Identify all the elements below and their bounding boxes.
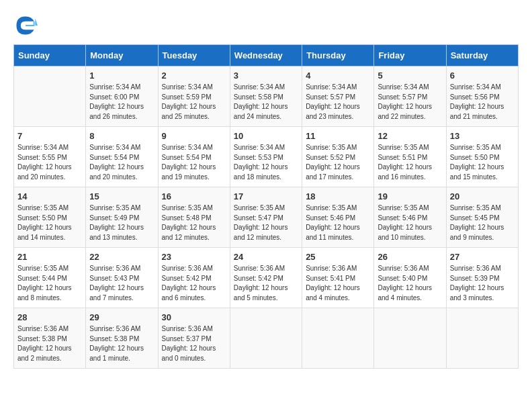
col-header-friday: Friday [374,45,446,66]
calendar-cell: 17Sunrise: 5:35 AM Sunset: 5:47 PM Dayli… [230,187,302,248]
calendar-cell: 14Sunrise: 5:35 AM Sunset: 5:50 PM Dayli… [14,187,86,248]
calendar-cell [374,308,446,369]
day-number: 15 [89,191,154,201]
calendar-cell: 10Sunrise: 5:34 AM Sunset: 5:53 PM Dayli… [230,127,302,187]
calendar-cell: 8Sunrise: 5:34 AM Sunset: 5:54 PM Daylig… [86,127,158,187]
day-info: Sunrise: 5:35 AM Sunset: 5:50 PM Dayligh… [17,203,82,242]
day-info: Sunrise: 5:34 AM Sunset: 5:54 PM Dayligh… [162,143,226,182]
day-number: 26 [378,252,442,262]
calendar-cell: 3Sunrise: 5:34 AM Sunset: 5:58 PM Daylig… [230,66,302,127]
calendar-cell: 23Sunrise: 5:36 AM Sunset: 5:42 PM Dayli… [158,248,230,308]
col-header-tuesday: Tuesday [158,45,230,66]
day-number: 25 [306,252,370,262]
day-info: Sunrise: 5:36 AM Sunset: 5:40 PM Dayligh… [378,264,442,303]
calendar-week-4: 21Sunrise: 5:35 AM Sunset: 5:44 PM Dayli… [14,248,519,308]
day-info: Sunrise: 5:35 AM Sunset: 5:46 PM Dayligh… [378,203,442,242]
day-info: Sunrise: 5:36 AM Sunset: 5:42 PM Dayligh… [162,264,226,303]
day-info: Sunrise: 5:34 AM Sunset: 5:57 PM Dayligh… [306,83,370,122]
calendar-cell: 18Sunrise: 5:35 AM Sunset: 5:46 PM Dayli… [302,187,374,248]
calendar-cell: 29Sunrise: 5:36 AM Sunset: 5:38 PM Dayli… [86,308,158,369]
calendar-cell: 1Sunrise: 5:34 AM Sunset: 6:00 PM Daylig… [86,66,158,127]
day-number: 13 [450,131,515,141]
day-number: 8 [89,131,154,141]
day-info: Sunrise: 5:34 AM Sunset: 5:57 PM Dayligh… [378,83,442,122]
calendar-header-row: SundayMondayTuesdayWednesdayThursdayFrid… [14,45,519,66]
calendar-cell: 27Sunrise: 5:36 AM Sunset: 5:39 PM Dayli… [446,248,518,308]
calendar-cell: 24Sunrise: 5:36 AM Sunset: 5:42 PM Dayli… [230,248,302,308]
day-number: 4 [306,71,370,81]
day-number: 22 [89,252,154,262]
calendar-cell [230,308,302,369]
calendar-cell [446,308,518,369]
day-info: Sunrise: 5:36 AM Sunset: 5:43 PM Dayligh… [89,264,154,303]
svg-marker-0 [35,18,38,26]
calendar-cell: 21Sunrise: 5:35 AM Sunset: 5:44 PM Dayli… [14,248,86,308]
calendar-table: SundayMondayTuesdayWednesdayThursdayFrid… [13,44,519,369]
day-number: 28 [17,312,82,322]
calendar-cell: 9Sunrise: 5:34 AM Sunset: 5:54 PM Daylig… [158,127,230,187]
calendar-cell: 11Sunrise: 5:35 AM Sunset: 5:52 PM Dayli… [302,127,374,187]
day-number: 27 [450,252,515,262]
day-info: Sunrise: 5:36 AM Sunset: 5:38 PM Dayligh… [89,324,154,363]
calendar-week-2: 7Sunrise: 5:34 AM Sunset: 5:55 PM Daylig… [14,127,519,187]
day-info: Sunrise: 5:34 AM Sunset: 5:53 PM Dayligh… [234,143,298,182]
day-info: Sunrise: 5:34 AM Sunset: 5:56 PM Dayligh… [450,83,515,122]
day-info: Sunrise: 5:36 AM Sunset: 5:38 PM Dayligh… [17,324,82,363]
calendar-cell: 4Sunrise: 5:34 AM Sunset: 5:57 PM Daylig… [302,66,374,127]
day-info: Sunrise: 5:34 AM Sunset: 5:54 PM Dayligh… [89,143,154,182]
calendar-cell: 26Sunrise: 5:36 AM Sunset: 5:40 PM Dayli… [374,248,446,308]
calendar-cell: 19Sunrise: 5:35 AM Sunset: 5:46 PM Dayli… [374,187,446,248]
calendar-cell: 5Sunrise: 5:34 AM Sunset: 5:57 PM Daylig… [374,66,446,127]
calendar-cell: 15Sunrise: 5:35 AM Sunset: 5:49 PM Dayli… [86,187,158,248]
col-header-wednesday: Wednesday [230,45,302,66]
calendar-cell [302,308,374,369]
calendar-cell: 16Sunrise: 5:35 AM Sunset: 5:48 PM Dayli… [158,187,230,248]
day-number: 5 [378,71,442,81]
day-info: Sunrise: 5:35 AM Sunset: 5:44 PM Dayligh… [17,264,82,303]
day-number: 9 [162,131,226,141]
day-info: Sunrise: 5:34 AM Sunset: 5:55 PM Dayligh… [17,143,82,182]
day-info: Sunrise: 5:35 AM Sunset: 5:51 PM Dayligh… [378,143,442,182]
day-number: 19 [378,191,442,201]
day-info: Sunrise: 5:34 AM Sunset: 6:00 PM Dayligh… [89,83,154,122]
calendar-cell: 13Sunrise: 5:35 AM Sunset: 5:50 PM Dayli… [446,127,518,187]
day-number: 14 [17,191,82,201]
day-number: 6 [450,71,515,81]
day-info: Sunrise: 5:35 AM Sunset: 5:48 PM Dayligh… [162,203,226,242]
day-number: 3 [234,71,298,81]
day-info: Sunrise: 5:36 AM Sunset: 5:41 PM Dayligh… [306,264,370,303]
day-number: 29 [89,312,154,322]
col-header-sunday: Sunday [14,45,86,66]
calendar-cell: 2Sunrise: 5:34 AM Sunset: 5:59 PM Daylig… [158,66,230,127]
calendar-week-1: 1Sunrise: 5:34 AM Sunset: 6:00 PM Daylig… [14,66,519,127]
calendar-cell: 20Sunrise: 5:35 AM Sunset: 5:45 PM Dayli… [446,187,518,248]
day-number: 7 [17,131,82,141]
day-number: 23 [162,252,226,262]
day-number: 18 [306,191,370,201]
calendar-cell: 12Sunrise: 5:35 AM Sunset: 5:51 PM Dayli… [374,127,446,187]
logo [13,13,42,38]
calendar-cell [14,66,86,127]
day-number: 24 [234,252,298,262]
day-number: 1 [89,71,154,81]
day-number: 11 [306,131,370,141]
day-info: Sunrise: 5:35 AM Sunset: 5:52 PM Dayligh… [306,143,370,182]
day-info: Sunrise: 5:35 AM Sunset: 5:45 PM Dayligh… [450,203,515,242]
day-info: Sunrise: 5:34 AM Sunset: 5:59 PM Dayligh… [162,83,226,122]
day-number: 20 [450,191,515,201]
day-number: 21 [17,252,82,262]
day-number: 10 [234,131,298,141]
calendar-week-3: 14Sunrise: 5:35 AM Sunset: 5:50 PM Dayli… [14,187,519,248]
day-number: 16 [162,191,226,201]
calendar-cell: 28Sunrise: 5:36 AM Sunset: 5:38 PM Dayli… [14,308,86,369]
day-number: 30 [162,312,226,322]
day-info: Sunrise: 5:36 AM Sunset: 5:42 PM Dayligh… [234,264,298,303]
col-header-thursday: Thursday [302,45,374,66]
calendar-cell: 6Sunrise: 5:34 AM Sunset: 5:56 PM Daylig… [446,66,518,127]
logo-icon [13,13,38,38]
day-number: 17 [234,191,298,201]
col-header-monday: Monday [86,45,158,66]
calendar-week-5: 28Sunrise: 5:36 AM Sunset: 5:38 PM Dayli… [14,308,519,369]
calendar-cell: 30Sunrise: 5:36 AM Sunset: 5:37 PM Dayli… [158,308,230,369]
day-info: Sunrise: 5:35 AM Sunset: 5:46 PM Dayligh… [306,203,370,242]
